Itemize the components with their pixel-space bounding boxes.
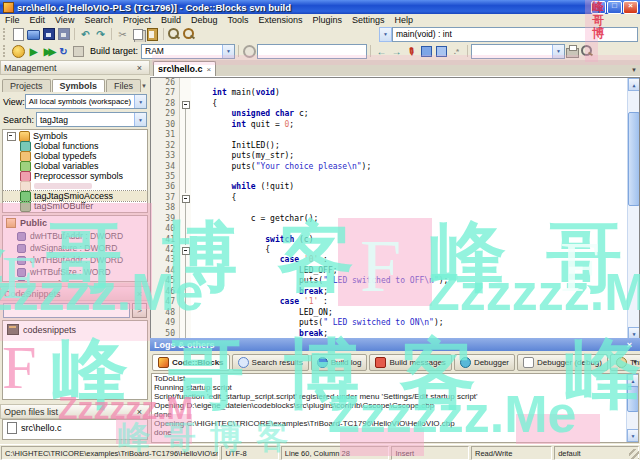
toolbar-gripper[interactable] — [3, 28, 8, 40]
copy-button[interactable] — [131, 28, 144, 41]
find-in-files-button[interactable] — [183, 28, 196, 41]
log-tab-build-messages[interactable]: Build messages — [369, 354, 451, 371]
editor-scrollbar[interactable] — [627, 78, 639, 340]
view-combo[interactable]: All local symbols (workspace) — [25, 94, 147, 109]
menu-item-extensions[interactable]: Extensions — [254, 15, 308, 25]
code-line[interactable]: 37{ — [151, 193, 639, 203]
code-line[interactable]: 47case '1' : — [151, 297, 639, 307]
stop-search-button[interactable] — [243, 45, 256, 58]
selected-to-search-button[interactable] — [420, 45, 433, 58]
member-item[interactable]: dwHTBufAddr : DWORD — [3, 230, 147, 242]
minimize-button[interactable] — [591, 1, 606, 14]
log-tab-debugger-debug[interactable]: Debugger (debug) — [517, 354, 608, 371]
build-and-run-button[interactable]: ▶▶ — [42, 45, 55, 58]
tab-symbols[interactable]: Symbols — [52, 79, 106, 92]
fold-collapse-icon[interactable] — [180, 245, 191, 255]
close-icon[interactable] — [133, 405, 146, 418]
codesnippets-search-input[interactable] — [3, 303, 130, 318]
logs-tab-overflow-icon[interactable] — [632, 359, 638, 365]
undo-button[interactable]: ↶ — [79, 28, 92, 41]
code-line[interactable]: 32InitLED(); — [151, 141, 639, 151]
menu-item-search[interactable]: Search — [79, 15, 118, 25]
member-item[interactable]: wHTBufSize : WORD — [3, 266, 147, 278]
member-item[interactable]: dwTHBufAddr : DWORD — [3, 254, 147, 266]
abort-build-button[interactable] — [72, 45, 85, 58]
code-line[interactable]: 41switch (c) — [151, 235, 639, 245]
code-line[interactable]: 35 — [151, 172, 639, 182]
build-target-combo[interactable]: RAM — [141, 44, 235, 59]
tree-item-preprocessor-symbols[interactable]: Preprocessor symbols — [3, 171, 147, 181]
chevron-down-icon[interactable] — [134, 113, 146, 126]
codesnippets-caption[interactable]: CodeSnippets — [0, 286, 150, 301]
tree-item-global-variables[interactable]: Global variables — [3, 161, 147, 171]
compile-button[interactable] — [12, 45, 25, 58]
tab-files[interactable]: Files — [106, 79, 141, 92]
code-line[interactable]: 28{ — [151, 99, 639, 109]
close-tab-icon[interactable] — [207, 65, 212, 74]
fold-collapse-icon[interactable] — [180, 193, 191, 203]
menu-item-edit[interactable]: Edit — [25, 15, 51, 25]
management-caption[interactable]: Management — [0, 60, 150, 75]
member-item[interactable]: wTHBufSize : WORD — [3, 278, 147, 282]
code-line[interactable]: 27int main(void) — [151, 88, 639, 98]
toolbar-gripper[interactable] — [3, 45, 8, 57]
open-file-item[interactable]: src\hello.c — [3, 420, 147, 436]
code-line[interactable]: 26 — [151, 78, 639, 88]
tab-overflow-icon[interactable] — [141, 83, 147, 89]
code-line[interactable]: 38 — [151, 203, 639, 213]
search-prev-button[interactable]: ← — [375, 45, 388, 58]
menu-item-file[interactable]: File — [0, 15, 25, 25]
search-options-button[interactable] — [581, 45, 594, 58]
redo-button[interactable]: ↷ — [94, 28, 107, 41]
chevron-down-icon[interactable] — [134, 95, 146, 108]
code-line[interactable]: 40 — [151, 224, 639, 234]
code-line[interactable]: 49puts(" LED switched to ON\n"); — [151, 318, 639, 328]
save-button[interactable] — [42, 28, 55, 41]
menu-item-debug[interactable]: Debug — [186, 15, 223, 25]
menu-item-view[interactable]: View — [50, 15, 79, 25]
code-line[interactable]: 39c = getchar(); — [151, 214, 639, 224]
editor-tab-hello[interactable]: src\hello.c — [153, 61, 216, 76]
close-icon[interactable] — [623, 338, 636, 351]
code-line[interactable]: 44LED_OFF; — [151, 266, 639, 276]
code-line[interactable]: 42{ — [151, 245, 639, 255]
menu-item-plugins[interactable]: Plugins — [308, 15, 348, 25]
code-editor[interactable]: 2627int main(void)28{29unsigned char c;3… — [150, 77, 640, 341]
code-line[interactable]: 46break; — [151, 287, 639, 297]
tree-item-symbols[interactable]: Symbols — [3, 131, 147, 141]
menu-item-build[interactable]: Build — [156, 15, 186, 25]
scroll-down-icon[interactable] — [627, 429, 639, 442]
highlight-button[interactable]: ✎ — [402, 42, 420, 60]
chevron-down-icon[interactable] — [222, 45, 234, 58]
find-button[interactable] — [168, 28, 181, 41]
code-line[interactable]: 29unsigned char c; — [151, 109, 639, 119]
tab-projects[interactable]: Projects — [2, 79, 51, 92]
close-button[interactable] — [623, 1, 638, 14]
code-line[interactable]: 36while (!quit) — [151, 182, 639, 192]
resize-grip[interactable] — [629, 449, 639, 459]
tree-item-tagsmiobuffer[interactable]: tagSmIOBuffer — [3, 201, 147, 211]
scrollbar-thumb[interactable] — [628, 112, 640, 206]
log-tab-code-blocks[interactable]: Code::Blocks — [152, 354, 230, 371]
code-line[interactable]: 33puts(my_str); — [151, 151, 639, 161]
match-case-button[interactable] — [435, 45, 448, 58]
open-files-caption[interactable]: Open files list — [0, 404, 150, 419]
close-icon[interactable] — [133, 61, 146, 74]
codesnippets-root-item[interactable]: codesnippets — [3, 321, 147, 338]
collapse-icon[interactable] — [7, 132, 16, 141]
tab-list-dropdown-icon[interactable] — [631, 67, 637, 73]
incremental-search-input[interactable] — [257, 44, 367, 59]
member-item[interactable]: dwSignature : DWORD — [3, 242, 147, 254]
symbol-scope-dropdown[interactable] — [379, 27, 392, 42]
chevron-down-icon[interactable] — [552, 45, 564, 58]
new-file-button[interactable] — [12, 28, 25, 41]
fold-collapse-icon[interactable] — [180, 99, 191, 109]
code-line[interactable]: 45puts(" LED switched to OFF\n"); — [151, 276, 639, 286]
code-line[interactable]: 31 — [151, 130, 639, 140]
run-button[interactable]: ▶ — [27, 45, 40, 58]
menu-item-settings[interactable]: Settings — [347, 15, 390, 25]
scroll-up-icon[interactable] — [628, 78, 640, 91]
code-line[interactable]: 43case '0' : — [151, 255, 639, 265]
close-icon[interactable] — [133, 287, 146, 300]
menu-item-help[interactable]: Help — [390, 15, 419, 25]
